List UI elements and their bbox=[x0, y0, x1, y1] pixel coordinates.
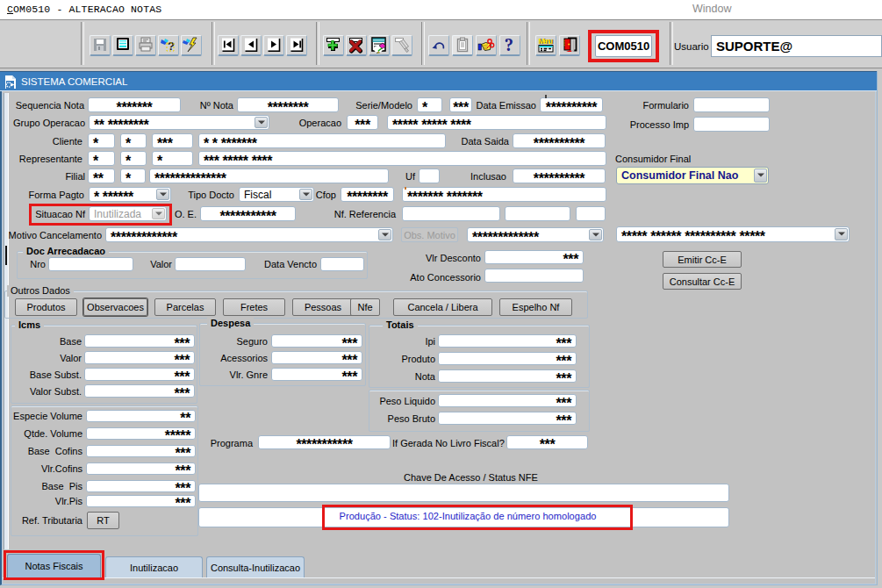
svg-text:Menu: Menu bbox=[539, 37, 554, 46]
svg-text:?: ? bbox=[505, 36, 513, 54]
